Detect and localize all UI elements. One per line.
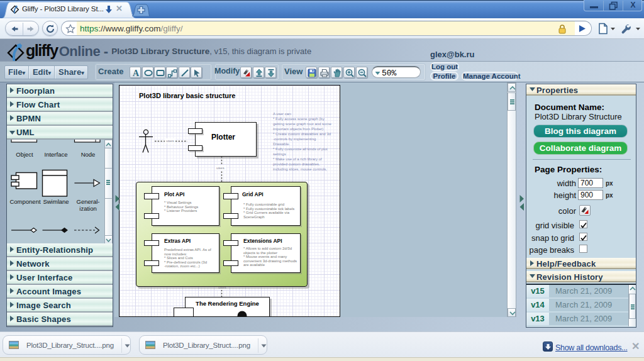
- svg-text:A: A: [133, 69, 140, 78]
